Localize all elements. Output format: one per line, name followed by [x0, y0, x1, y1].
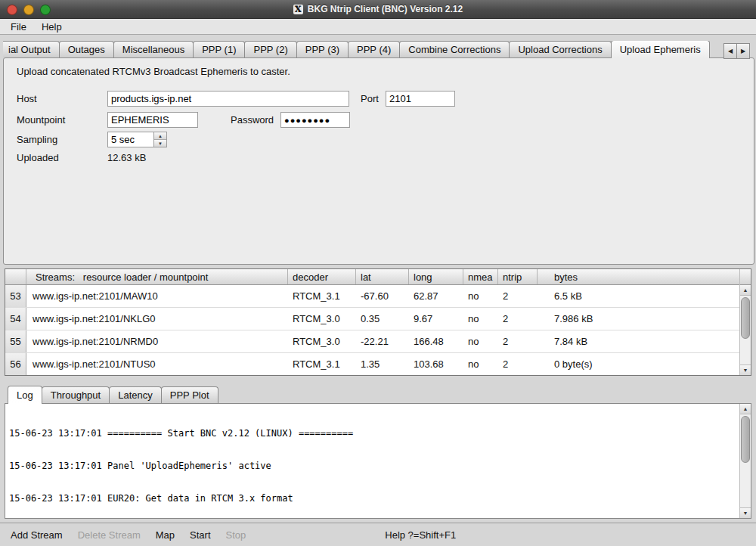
host-input[interactable]	[107, 91, 349, 107]
start-button[interactable]: Start	[190, 529, 210, 541]
cell-lat: 1.35	[356, 353, 409, 375]
table-scrollbar[interactable]: ▲ ▼	[739, 269, 751, 375]
tab-ppp-plot[interactable]: PPP Plot	[161, 386, 218, 403]
tab-serial-output[interactable]: ial Output	[3, 41, 60, 57]
log-scroll-down-button[interactable]: ▼	[740, 507, 751, 518]
tab-throughput[interactable]: Throughput	[42, 386, 110, 403]
map-button[interactable]: Map	[156, 529, 175, 541]
table-scroll-up-button[interactable]: ▲	[740, 285, 751, 296]
log-line: 15-06-23 13:17:01 EUR20: Get data in RTC…	[9, 493, 737, 504]
cell-decoder: RTCM_3.0	[288, 330, 356, 352]
port-label: Port	[361, 93, 379, 105]
cell-long: 9.67	[409, 308, 463, 330]
header-ntrip[interactable]: ntrip	[498, 269, 538, 284]
cell-lat: 0.35	[356, 308, 409, 330]
table-scrollbar-thumb[interactable]	[741, 297, 750, 339]
port-input[interactable]	[386, 91, 455, 107]
traffic-lights	[7, 5, 51, 15]
tab-log[interactable]: Log	[8, 386, 42, 404]
scroll-right-icon: ▶	[741, 48, 745, 54]
cell-lat: -22.21	[356, 330, 409, 352]
password-input[interactable]	[280, 112, 350, 128]
help-shortcut[interactable]: Help ?=Shift+F1	[385, 529, 456, 541]
row-header[interactable]: 56	[5, 353, 26, 375]
sampling-label: Sampling	[17, 134, 57, 146]
table-row[interactable]: 56 www.igs-ip.net:2101/NTUS0 RTCM_3.1 1.…	[5, 353, 739, 375]
sampling-spin-buttons: ▲ ▼	[154, 132, 167, 147]
tab-scroll-left-button[interactable]: ◀	[723, 43, 737, 59]
tab-scrollers: ◀ ▶	[723, 43, 750, 59]
row-header[interactable]: 53	[5, 285, 26, 307]
tab-upload-corrections[interactable]: Upload Corrections	[509, 41, 611, 57]
tab-combine-corrections[interactable]: Combine Corrections	[399, 41, 510, 57]
cell-source: www.igs-ip.net:2101/NTUS0	[26, 353, 288, 375]
tab-ppp-2[interactable]: PPP (2)	[244, 41, 296, 57]
row-header[interactable]: 54	[5, 308, 26, 330]
tab-ppp-3[interactable]: PPP (3)	[296, 41, 349, 57]
header-decoder[interactable]: decoder	[288, 269, 356, 284]
cell-long: 62.87	[409, 285, 463, 307]
window-title-group: X BKG Ntrip Client (BNC) Version 2.12	[293, 4, 463, 14]
streams-table-inner: Streams: resource loader / mountpoint de…	[5, 269, 739, 375]
table-row[interactable]: 55 www.igs-ip.net:2101/NRMD0 RTCM_3.0 -2…	[5, 330, 739, 353]
scrollbar-down-icon: ▼	[743, 510, 748, 516]
cell-bytes: 7.986 kB	[538, 308, 739, 330]
log-line: 15-06-23 13:17:01 ========== Start BNC v…	[9, 428, 737, 439]
table-row[interactable]: 54 www.igs-ip.net:2101/NKLG0 RTCM_3.0 0.…	[5, 308, 739, 330]
log-scroll-up-button[interactable]: ▲	[740, 404, 751, 414]
zoom-button[interactable]	[40, 5, 51, 15]
log-tab-bar: Log Throughput Latency PPP Plot	[8, 386, 218, 404]
tab-outages[interactable]: Outages	[59, 41, 114, 57]
scrollbar-up-icon: ▲	[743, 406, 748, 411]
mountpoint-label: Mountpoint	[17, 114, 65, 126]
spin-down-icon: ▼	[158, 141, 163, 146]
delete-stream-button: Delete Stream	[78, 529, 141, 541]
tab-bar: ial Output Outages Miscellaneous PPP (1)…	[3, 41, 721, 58]
cell-ntrip: 2	[498, 285, 538, 307]
window-title: BKG Ntrip Client (BNC) Version 2.12	[308, 4, 463, 14]
menu-help[interactable]: Help	[34, 19, 70, 34]
table-scroll-down-button[interactable]: ▼	[740, 365, 751, 375]
tab-scroll-right-button[interactable]: ▶	[737, 43, 750, 59]
menu-file[interactable]: File	[3, 19, 34, 34]
stop-button: Stop	[226, 529, 246, 541]
sampling-input[interactable]	[107, 132, 154, 147]
cell-ntrip: 2	[498, 330, 538, 352]
spin-up-button[interactable]: ▲	[154, 132, 166, 139]
tab-upload-ephemeris[interactable]: Upload Ephemeris	[611, 41, 710, 58]
log-scrollbar[interactable]: ▲ ▼	[739, 404, 751, 518]
spin-down-button[interactable]: ▼	[154, 139, 166, 147]
table-row[interactable]: 53 www.igs-ip.net:2101/MAW10 RTCM_3.1 -6…	[5, 285, 739, 308]
cell-source: www.igs-ip.net:2101/NKLG0	[26, 308, 288, 330]
streams-table-header: Streams: resource loader / mountpoint de…	[5, 269, 739, 285]
table-corner	[5, 269, 26, 284]
header-bytes[interactable]: bytes	[538, 269, 739, 284]
uploaded-value: 12.63 kB	[107, 152, 146, 164]
header-lat[interactable]: lat	[356, 269, 409, 284]
close-button[interactable]	[7, 5, 17, 15]
header-long[interactable]: long	[409, 269, 463, 284]
uploaded-label: Uploaded	[17, 152, 59, 164]
tab-ppp-1[interactable]: PPP (1)	[193, 41, 245, 57]
tab-ppp-4[interactable]: PPP (4)	[348, 41, 400, 57]
header-nmea[interactable]: nmea	[463, 269, 498, 284]
cell-long: 103.68	[409, 353, 463, 375]
log-output: 15-06-23 13:17:01 ========== Start BNC v…	[9, 407, 737, 516]
tab-latency[interactable]: Latency	[109, 386, 162, 403]
window-titlebar: X BKG Ntrip Client (BNC) Version 2.12	[0, 0, 756, 19]
tab-miscellaneous[interactable]: Miscellaneous	[113, 41, 194, 57]
log-panel: 15-06-23 13:17:01 ========== Start BNC v…	[5, 403, 751, 519]
mountpoint-input[interactable]	[107, 112, 198, 128]
cell-bytes: 7.84 kB	[538, 330, 739, 352]
add-stream-button[interactable]: Add Stream	[11, 529, 63, 541]
row-header[interactable]: 55	[5, 330, 26, 352]
log-scrollbar-thumb[interactable]	[741, 416, 750, 463]
cell-decoder: RTCM_3.1	[288, 285, 356, 307]
scroll-left-icon: ◀	[728, 48, 733, 54]
cell-decoder: RTCM_3.1	[288, 353, 356, 375]
cell-nmea: no	[463, 330, 498, 352]
cell-nmea: no	[463, 285, 498, 307]
header-streams[interactable]: Streams: resource loader / mountpoint	[26, 269, 288, 284]
minimize-button[interactable]	[23, 5, 34, 15]
scrollbar-up-icon: ▲	[743, 287, 748, 293]
